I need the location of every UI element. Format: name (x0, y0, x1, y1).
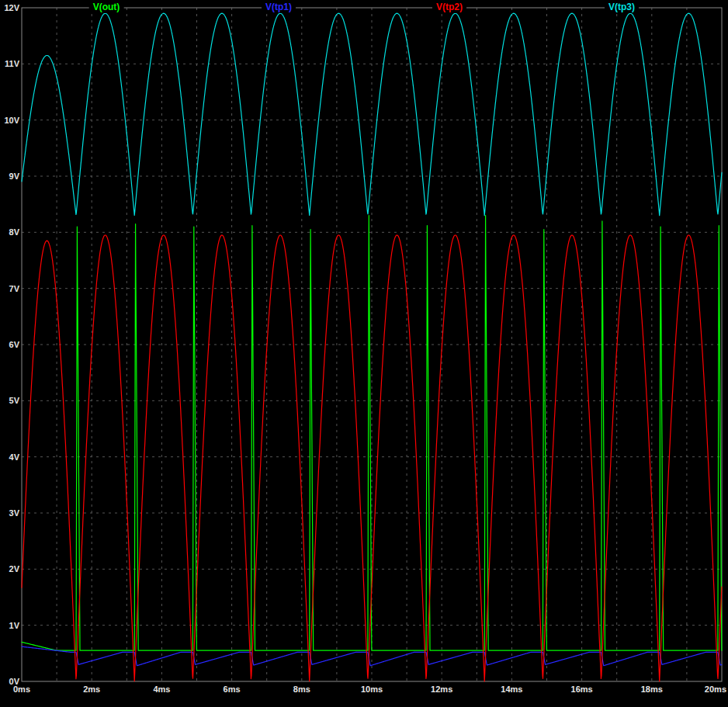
x-tick-label: 16ms (571, 684, 593, 695)
y-tick-label: 1V (0, 621, 19, 631)
legend-label-vtp2[interactable]: V(tp2) (432, 2, 466, 13)
legend-label-vtp1[interactable]: V(tp1) (262, 2, 296, 13)
y-tick-label: 10V (0, 116, 19, 126)
y-tick-label: 8V (0, 227, 19, 237)
y-tick-label: 12V (0, 3, 19, 13)
x-tick-label: 8ms (293, 684, 310, 695)
y-tick-label: 3V (0, 508, 19, 518)
x-tick-label: 10ms (361, 684, 383, 695)
y-tick-label: 6V (0, 340, 19, 350)
waveform-plot (0, 0, 728, 707)
legend-label-vout[interactable]: V(out) (89, 2, 124, 13)
x-tick-label: 6ms (224, 684, 241, 695)
y-tick-label: 9V (0, 172, 19, 182)
waveform-plot-pane[interactable]: V(out) V(tp1) V(tp2) V(tp3) 0V1V2V3V4V5V… (0, 0, 728, 707)
y-tick-label: 4V (0, 452, 19, 463)
x-tick-label: 0ms (13, 684, 30, 695)
x-tick-label: 18ms (641, 684, 663, 695)
legend-label-vtp3[interactable]: V(tp3) (605, 2, 639, 13)
x-tick-label: 14ms (501, 684, 522, 695)
x-tick-label: 2ms (83, 684, 100, 695)
y-tick-label: 2V (0, 564, 19, 574)
x-tick-label: 4ms (153, 684, 170, 695)
y-tick-label: 5V (0, 396, 19, 406)
x-tick-label: 12ms (431, 684, 452, 695)
y-tick-label: 7V (0, 284, 19, 294)
x-tick-label: 20ms (705, 684, 726, 695)
y-tick-label: 11V (0, 59, 19, 69)
